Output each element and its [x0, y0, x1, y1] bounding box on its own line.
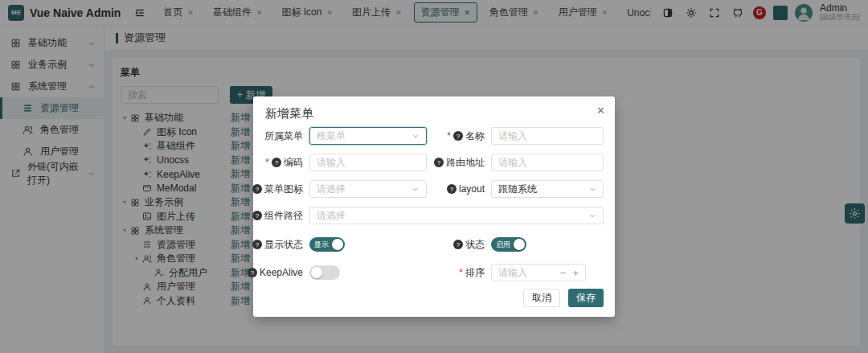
layout-label: ? layout: [427, 183, 485, 195]
label-text: 编码: [284, 156, 303, 170]
code-label: * ? 编码: [264, 156, 303, 170]
select-value: 跟随系统: [498, 183, 588, 196]
component-select[interactable]: 请选择: [309, 207, 604, 224]
visible-label: ? 显示状态: [264, 238, 303, 252]
parent-menu-select[interactable]: 根菜单: [309, 127, 427, 145]
select-placeholder: 请选择: [317, 183, 411, 196]
required-mark: *: [265, 157, 269, 168]
label-text: 菜单图标: [264, 183, 303, 196]
help-icon: ?: [252, 184, 262, 194]
form-row: * ? 编码 请输入 ? 路由地址 请输入: [264, 154, 604, 171]
order-stepper[interactable]: 请输入 − +: [491, 264, 604, 281]
form-row: 所属菜单 根菜单 * ? 名称 请输入: [264, 127, 604, 145]
label-text: layout: [459, 183, 485, 195]
minus-icon[interactable]: −: [560, 267, 567, 279]
switch-text: 启用: [496, 240, 510, 250]
help-icon: ?: [248, 268, 257, 277]
chevron-down-icon: [588, 185, 596, 193]
label-text: 所属菜单: [264, 129, 303, 143]
label-text: 路由地址: [446, 156, 485, 170]
form-row: ? 菜单图标 请选择 ? layout: [264, 180, 604, 198]
help-icon: ?: [447, 184, 457, 194]
form-row: ? 组件路径 请选择: [264, 207, 604, 224]
select-placeholder: 请选择: [317, 209, 588, 223]
input-placeholder: 请输入: [498, 156, 596, 170]
switch-knob: [311, 267, 322, 278]
form-row: ? 显示状态 显示 ? 状态 启用: [264, 237, 604, 252]
close-icon[interactable]: ✕: [596, 105, 605, 117]
label-text: 名称: [465, 129, 485, 143]
parent-menu-label: 所属菜单: [264, 129, 303, 143]
layout-select[interactable]: 跟随系统: [491, 180, 604, 198]
route-input[interactable]: 请输入: [491, 154, 604, 171]
add-menu-modal: 新增菜单 ✕ 所属菜单 根菜单 * ? 名称: [253, 96, 615, 317]
order-label: * 排序: [427, 266, 485, 280]
label-text: KeepAlive: [260, 267, 303, 278]
input-placeholder: 请输入: [317, 156, 420, 170]
form-row: ? KeepAlive * 排序 请输入 − +: [264, 264, 604, 281]
plus-icon[interactable]: +: [572, 267, 579, 279]
label-text: 显示状态: [264, 238, 303, 252]
input-placeholder: 请输入: [498, 129, 596, 143]
chevron-down-icon: [411, 132, 420, 140]
modal-body: 所属菜单 根菜单 * ? 名称 请输入: [253, 127, 615, 290]
route-label: ? 路由地址: [427, 156, 485, 170]
name-label: * ? 名称: [427, 129, 485, 143]
switch-knob: [332, 239, 343, 250]
keepalive-label: ? KeepAlive: [264, 267, 303, 278]
help-icon: ?: [453, 131, 463, 141]
label-text: 状态: [465, 238, 485, 252]
input-placeholder: 请输入: [498, 266, 560, 280]
menu-icon-select[interactable]: 请选择: [309, 180, 427, 198]
status-label: ? 状态: [427, 238, 485, 252]
name-input[interactable]: 请输入: [491, 127, 604, 145]
help-icon: ?: [252, 240, 262, 249]
required-mark: *: [459, 267, 463, 278]
code-input[interactable]: 请输入: [309, 154, 427, 171]
menu-icon-label: ? 菜单图标: [264, 183, 303, 196]
cancel-button[interactable]: 取消: [523, 289, 560, 307]
status-switch[interactable]: 启用: [491, 237, 604, 252]
label-text: 组件路径: [264, 209, 303, 223]
switch-text: 显示: [314, 240, 329, 250]
modal-footer: 取消 保存: [523, 289, 604, 307]
chevron-down-icon: [588, 211, 596, 220]
help-icon: ?: [434, 158, 444, 167]
help-icon: ?: [272, 158, 281, 167]
switch-knob: [514, 239, 525, 250]
help-icon: ?: [453, 240, 463, 249]
help-icon: ?: [252, 211, 262, 220]
select-placeholder: 根菜单: [317, 129, 411, 143]
component-label: ? 组件路径: [264, 209, 303, 223]
modal-title: 新增菜单: [265, 106, 313, 121]
label-text: 排序: [465, 266, 485, 280]
save-button[interactable]: 保存: [568, 289, 604, 307]
chevron-down-icon: [411, 185, 420, 193]
required-mark: *: [447, 130, 451, 142]
visible-switch[interactable]: 显示: [309, 237, 427, 252]
app-window: ME Vue Naive Admin 首页✕基础组件✕图标 Icon✕图片上传✕…: [0, 0, 868, 353]
keepalive-switch[interactable]: [309, 265, 427, 280]
